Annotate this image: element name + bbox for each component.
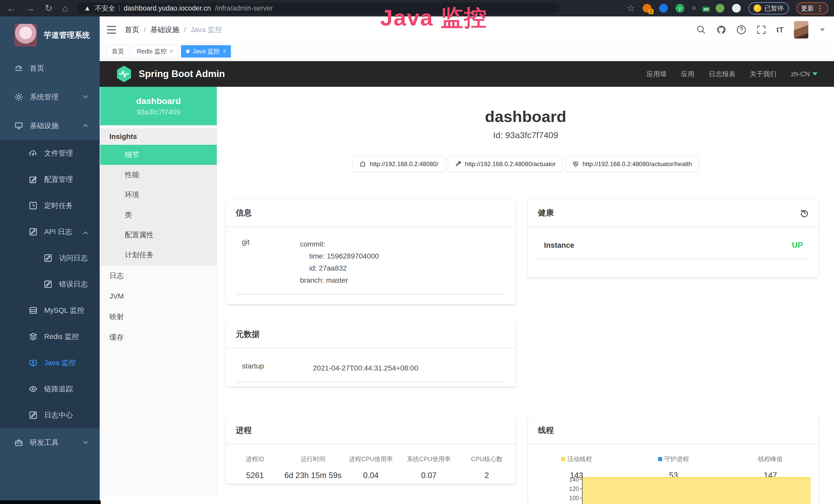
active-tab-dot [186, 49, 190, 53]
sidebar-item-dev-tools[interactable]: 研发工具 [0, 428, 100, 457]
sba-nav: 应用墙 应用 日志报表 关于我们 zh-CN [646, 70, 834, 78]
sidebar-item-home[interactable]: 首页 [0, 54, 100, 83]
close-icon[interactable]: × [170, 48, 173, 55]
extension-leaf-icon[interactable] [716, 4, 724, 13]
sidebar-logo[interactable]: 芋道管理系统 [0, 17, 100, 54]
process-uptime: 运行时间 6d 23h 15m 59s [284, 455, 342, 480]
sidebar-item-system-mgmt[interactable]: 系统管理 [0, 83, 100, 111]
legend-blue-swatch [658, 457, 662, 461]
sba-nav-applications[interactable]: 应用 [681, 70, 694, 78]
fullscreen-icon[interactable] [756, 25, 766, 35]
sidebar-item-java-monitor[interactable]: Java 监控 [0, 350, 100, 376]
cpu-cores: CPU核心数 2 [458, 455, 516, 480]
extension-y-icon[interactable]: y [676, 4, 684, 13]
page-annotation: Java 监控 [380, 3, 487, 33]
search-icon[interactable] [696, 25, 706, 35]
health-url-button[interactable]: http://192.168.0.2:48080/actuator/health [565, 156, 699, 172]
sba-app-id: 93a3fc7f7409 [137, 108, 180, 116]
metadata-card: 元数据 startup 2021-04-27T00:44:31.254+08:0… [226, 320, 516, 387]
home-icon [359, 161, 366, 167]
sba-item-classes[interactable]: 类 [100, 205, 217, 225]
sba-section-insights: Insights [100, 129, 217, 145]
extension-update-icon[interactable]: 1 [643, 4, 651, 13]
sba-app-header[interactable]: dashboard 93a3fc7f7409 [100, 87, 217, 125]
sba-item-logfile[interactable]: 日志 [100, 266, 217, 286]
info-git-row: git commit: time: 1596289704000 id: 27aa… [236, 238, 506, 295]
user-avatar[interactable] [794, 21, 808, 39]
close-icon[interactable]: × [223, 48, 226, 55]
health-card-title: 健康 [538, 207, 554, 218]
sba-item-scheduled-tasks[interactable]: 计划任务 [100, 245, 217, 265]
chevron-down-icon [83, 93, 88, 98]
actuator-url-button[interactable]: http://192.168.0.2:48080/actuator [448, 156, 563, 172]
metadata-card-title: 元数据 [226, 320, 516, 349]
sidebar-item-redis-monitor[interactable]: Redis 监控 [0, 323, 100, 350]
bookmark-star-icon[interactable]: ☆ [627, 3, 635, 14]
eye-icon [29, 385, 38, 393]
browser-extensions-area: ☆ 1 y on 已暂停 更新 ⋮ [627, 2, 834, 15]
breadcrumb-home[interactable]: 首页 [125, 25, 139, 35]
chart-area-series [583, 477, 811, 504]
sidebar-item-log-center[interactable]: 日志中心 [0, 402, 100, 428]
extension-on-icon[interactable]: on [704, 6, 708, 10]
status-badge: UP [792, 240, 803, 250]
sba-nav-journal[interactable]: 日志报表 [709, 70, 736, 78]
github-icon[interactable] [716, 25, 726, 35]
sba-item-config-props[interactable]: 配置属性 [100, 225, 217, 245]
process-stats: 进程ID 5261 运行时间 6d 23h 15m 59s 进程CPU使用率 0… [226, 455, 516, 480]
sba-item-mappings[interactable]: 映射 [100, 306, 217, 327]
instance-id: Id: 93a3fc7f7409 [217, 130, 834, 140]
sba-language-select[interactable]: zh-CN [791, 70, 817, 78]
chrome-update-button[interactable]: 更新 ⋮ [796, 2, 828, 15]
sidebar-item-scheduled-jobs[interactable]: 定时任务 [0, 192, 100, 219]
sidebar-item-mysql-monitor[interactable]: MySQL 监控 [0, 297, 100, 323]
legend-yellow-swatch [561, 457, 565, 461]
sba-item-environment[interactable]: 环境 [100, 185, 217, 205]
user-menu-caret-icon[interactable] [820, 28, 825, 31]
history-icon[interactable] [800, 208, 809, 217]
browser-menu-icon[interactable]: ⋮ [816, 4, 824, 13]
extension-pin-icon[interactable] [659, 4, 668, 13]
font-size-icon[interactable]: tT [776, 25, 784, 34]
sidebar-item-infrastructure[interactable]: 基础设施 [0, 111, 100, 140]
service-url-button[interactable]: http://192.168.0.2:48080/ [352, 156, 445, 172]
tab-java-monitor[interactable]: Java 监控 × [181, 45, 231, 58]
sidebar-item-config-mgmt[interactable]: 配置管理 [0, 166, 100, 192]
address-bar[interactable]: ▲ 不安全 dashboard.yudao.iocoder.cn /infra/… [77, 3, 560, 14]
security-label: 不安全 [95, 4, 115, 13]
sba-nav-about[interactable]: 关于我们 [750, 70, 776, 78]
sba-item-jvm[interactable]: JVM [100, 286, 217, 306]
sidebar-item-api-log[interactable]: API 日志 [0, 219, 100, 245]
sba-title[interactable]: Spring Boot Admin [139, 69, 225, 79]
sidebar-collapse-icon[interactable] [107, 26, 116, 33]
cloud-upload-icon [29, 149, 38, 158]
url-separator [119, 5, 120, 12]
tab-home[interactable]: 首页 [107, 45, 129, 58]
chevron-up-icon [83, 231, 88, 236]
profile-paused-chip[interactable]: 已暂停 [748, 2, 789, 15]
info-card-title: 信息 [226, 199, 516, 227]
sba-item-caches[interactable]: 缓存 [100, 327, 217, 348]
tab-redis-monitor[interactable]: Redis 监控 × [132, 45, 178, 58]
info-card: 信息 git commit: time: 1596289704000 id: 2… [226, 199, 516, 304]
sidebar-item-tracing[interactable]: 链路追踪 [0, 376, 100, 402]
breadcrumb-infrastructure[interactable]: 基础设施 [151, 25, 179, 35]
metadata-startup-row: startup 2021-04-27T00:44:31.254+08:00 [236, 362, 506, 382]
sidebar-item-error-log[interactable]: 错误日志 [0, 271, 100, 297]
browser-reload-icon[interactable]: ↻ [45, 4, 52, 13]
browser-home-icon[interactable]: ⌂ [62, 4, 68, 13]
extension-puzzle-icon[interactable] [732, 4, 741, 13]
security-warning-icon: ▲ [84, 5, 91, 12]
extension-grid-icon[interactable] [692, 6, 696, 10]
help-icon[interactable] [737, 25, 746, 35]
browser-back-icon[interactable]: ← [7, 4, 16, 13]
sba-item-metrics[interactable]: 性能 [100, 165, 217, 185]
browser-forward-icon[interactable]: → [26, 4, 35, 13]
sidebar-item-file-mgmt[interactable]: 文件管理 [0, 140, 100, 166]
layers-icon [29, 332, 38, 341]
sba-item-details[interactable]: 细节 [100, 145, 217, 165]
chart-y-axis: 140 120 100 [556, 475, 579, 503]
sidebar-item-access-log[interactable]: 访问日志 [0, 245, 100, 271]
process-cpu: 进程CPU使用率 0.04 [342, 455, 400, 480]
sba-nav-wallboard[interactable]: 应用墙 [646, 70, 666, 78]
